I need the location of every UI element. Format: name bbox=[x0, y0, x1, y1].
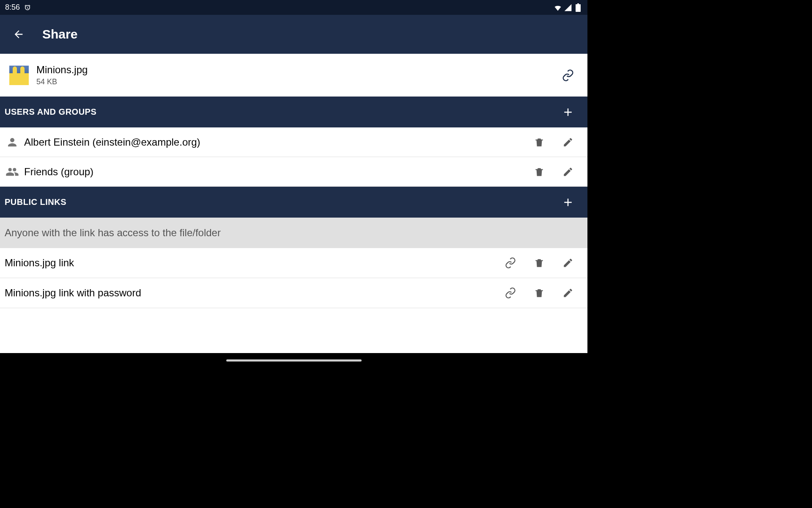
share-user-row[interactable]: Albert Einstein (einstein@example.org) bbox=[0, 127, 587, 157]
status-left: 8:56 bbox=[5, 3, 32, 12]
page-title: Share bbox=[42, 27, 77, 41]
pencil-icon bbox=[562, 257, 573, 268]
alarm-icon bbox=[23, 3, 32, 12]
copy-link-button[interactable] bbox=[500, 283, 521, 303]
copy-link-button[interactable] bbox=[500, 253, 521, 273]
person-icon bbox=[5, 135, 20, 150]
file-size: 54 KB bbox=[36, 77, 558, 86]
public-links-title: PUBLIC LINKS bbox=[5, 197, 66, 207]
file-header-row: Minions.jpg 54 KB bbox=[0, 54, 587, 97]
file-name: Minions.jpg bbox=[36, 64, 558, 76]
link-icon bbox=[562, 69, 574, 82]
delete-share-button[interactable] bbox=[529, 132, 549, 152]
link-icon bbox=[505, 257, 516, 269]
status-right bbox=[554, 3, 582, 12]
public-link-label: Minions.jpg link with password bbox=[5, 287, 492, 299]
public-link-label: Minions.jpg link bbox=[5, 257, 492, 269]
arrow-back-icon bbox=[13, 28, 25, 40]
add-public-link-button[interactable] bbox=[558, 192, 578, 213]
trash-icon bbox=[534, 166, 545, 177]
plus-icon bbox=[562, 106, 574, 119]
public-links-info: Anyone with the link has access to the f… bbox=[0, 218, 587, 248]
pencil-icon bbox=[562, 287, 573, 298]
trash-icon bbox=[534, 137, 545, 148]
group-icon bbox=[5, 164, 20, 179]
link-icon bbox=[505, 287, 516, 299]
users-groups-title: USERS AND GROUPS bbox=[5, 107, 96, 117]
pencil-icon bbox=[562, 166, 573, 177]
public-links-header: PUBLIC LINKS bbox=[0, 187, 587, 218]
pencil-icon bbox=[562, 137, 573, 148]
public-link-row[interactable]: Minions.jpg link with password bbox=[0, 278, 587, 308]
trash-icon bbox=[534, 287, 545, 298]
edit-link-button[interactable] bbox=[558, 253, 578, 273]
users-groups-header: USERS AND GROUPS bbox=[0, 97, 587, 127]
edit-share-button[interactable] bbox=[558, 162, 578, 182]
trash-icon bbox=[534, 257, 545, 268]
app-bar: Share bbox=[0, 15, 587, 54]
plus-icon bbox=[562, 196, 574, 209]
share-user-label: Albert Einstein (einstein@example.org) bbox=[24, 136, 521, 148]
public-link-row[interactable]: Minions.jpg link bbox=[0, 248, 587, 278]
wifi-icon bbox=[554, 3, 562, 12]
signal-icon bbox=[564, 3, 572, 12]
battery-icon bbox=[574, 3, 582, 12]
delete-link-button[interactable] bbox=[529, 283, 549, 303]
system-nav-bar bbox=[0, 353, 587, 367]
delete-link-button[interactable] bbox=[529, 253, 549, 273]
share-group-row[interactable]: Friends (group) bbox=[0, 157, 587, 187]
copy-file-link-button[interactable] bbox=[558, 65, 578, 86]
file-info: Minions.jpg 54 KB bbox=[36, 64, 558, 86]
back-button[interactable] bbox=[8, 24, 29, 44]
status-time: 8:56 bbox=[5, 3, 20, 12]
edit-link-button[interactable] bbox=[558, 283, 578, 303]
status-bar: 8:56 bbox=[0, 0, 587, 15]
edit-share-button[interactable] bbox=[558, 132, 578, 152]
file-thumbnail bbox=[9, 66, 29, 85]
delete-share-button[interactable] bbox=[529, 162, 549, 182]
share-group-label: Friends (group) bbox=[24, 166, 521, 178]
nav-handle[interactable] bbox=[226, 359, 362, 362]
add-user-group-button[interactable] bbox=[558, 102, 578, 122]
